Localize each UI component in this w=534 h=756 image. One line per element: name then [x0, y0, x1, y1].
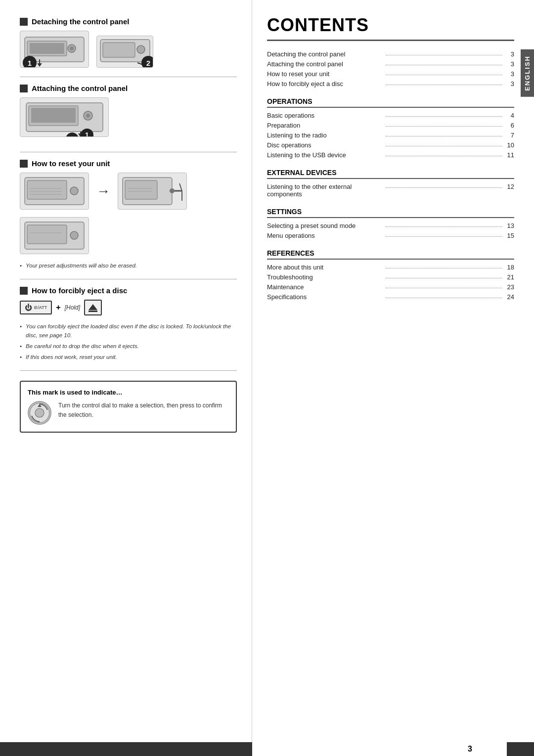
section-title-attach: Attaching the control panel [32, 84, 128, 92]
svg-rect-8 [103, 43, 135, 57]
eject-button [84, 300, 102, 315]
toc-section-references: REFERENCES [267, 245, 514, 260]
toc-set-row-1: Menu operations 15 [267, 230, 514, 240]
attach-svg-1 [24, 98, 105, 136]
power-icon: ⏻ [25, 304, 32, 311]
toc-dots-3 [386, 85, 502, 85]
toc-ref-row-2: Maintenance 23 [267, 282, 514, 292]
toc-section-operations: OPERATIONS [267, 93, 514, 108]
svg-marker-37 [89, 304, 97, 310]
svg-point-40 [35, 408, 44, 417]
section-title-detach: Detaching the control panel [32, 17, 130, 26]
toc-set-label-0: Selecting a preset sound mode [267, 222, 384, 229]
mark-content: Turn the control dial to make a selectio… [28, 401, 229, 425]
english-tab: ENGLISH [521, 49, 534, 97]
toc-intro: Detaching the control panel 3 Attaching … [267, 49, 514, 89]
eject-bullet-2: Be careful not to drop the disc when it … [20, 342, 237, 351]
toc-intro-row-2: How to reset your unit 3 [267, 69, 514, 79]
toc-ref-page-2: 23 [504, 283, 514, 291]
hold-label: [Hold] [65, 304, 80, 311]
power-button: ⏻ ⊘/ATT [20, 301, 52, 314]
section-detach-header: Detaching the control panel [20, 17, 237, 26]
reset-svg-2 [120, 174, 184, 209]
toc-op-label-0: Basic operations [267, 112, 384, 119]
reset-images-bottom [20, 217, 237, 254]
toc-dots-1 [386, 65, 502, 65]
svg-rect-14 [31, 108, 76, 123]
toc-op-dots-3 [386, 146, 502, 146]
divider-2 [20, 152, 237, 152]
plus-sign: + [56, 303, 60, 312]
toc-op-page-3: 10 [504, 141, 514, 149]
bottom-bar-right: 3 [252, 742, 507, 756]
right-column: CONTENTS Detaching the control panel 3 A… [252, 0, 534, 756]
toc-op-dots-1 [386, 126, 502, 127]
reset-img-1 [20, 173, 89, 210]
toc-intro-row-1: Attaching the control panel 3 [267, 59, 514, 69]
toc-ref-row-3: Specifications 24 [267, 292, 514, 302]
reset-img-3 [20, 217, 89, 254]
detach-images: 1 2 [20, 31, 237, 68]
toc-op-page-4: 11 [504, 151, 514, 159]
reset-arrow: → [96, 183, 110, 199]
toc-ref-label-3: Specifications [267, 293, 384, 301]
toc-op-dots-2 [386, 136, 502, 136]
step-1-circle: 1 [23, 56, 37, 68]
section-icon-detach [20, 18, 28, 26]
svg-rect-38 [89, 311, 97, 312]
divider-4 [20, 370, 237, 371]
bottom-bar-accent [507, 742, 534, 756]
toc-dots-2 [386, 75, 502, 75]
toc-ref-dots-3 [386, 298, 502, 298]
svg-point-16 [86, 114, 90, 118]
toc-intro-page-2: 3 [504, 70, 514, 78]
svg-point-24 [70, 187, 78, 195]
toc-ext-page-0: 12 [504, 183, 514, 190]
toc-op-label-3: Disc operations [267, 141, 384, 149]
toc-ref-label-2: Maintenance [267, 283, 384, 291]
svg-rect-34 [27, 225, 67, 244]
svg-marker-6 [37, 63, 42, 67]
toc-settings-items: Selecting a preset sound mode 13 Menu op… [267, 221, 514, 240]
toc-op-row-3: Disc operations 10 [267, 140, 514, 150]
reset-svg-1 [22, 174, 87, 209]
toc-ref-page-1: 21 [504, 273, 514, 281]
svg-point-30 [170, 188, 175, 193]
toc-intro-page-1: 3 [504, 60, 514, 68]
toc-ref-dots-1 [386, 278, 502, 278]
divider-3 [20, 279, 237, 279]
toc-set-dots-1 [386, 236, 502, 237]
toc-op-dots-4 [386, 156, 502, 156]
toc-external-items: Listening to the other external componen… [267, 181, 514, 199]
attach-img-1: 1 2 [20, 97, 109, 137]
section-attach-header: Attaching the control panel [20, 84, 237, 92]
toc-op-page-2: 7 [504, 132, 514, 139]
svg-rect-2 [30, 43, 64, 54]
reset-images-row2 [20, 217, 237, 254]
toc-sections: OPERATIONS Basic operations 4 Preparatio… [267, 93, 514, 302]
toc-op-label-4: Listening to the USB device [267, 151, 384, 159]
toc-op-page-0: 4 [504, 112, 514, 119]
mark-title: This mark is used to indicate… [28, 389, 229, 396]
toc-ref-page-3: 24 [504, 293, 514, 301]
section-title-eject: How to forcibly eject a disc [32, 286, 127, 295]
section-icon-attach [20, 85, 28, 92]
svg-rect-26 [125, 180, 157, 199]
toc-ref-page-0: 18 [504, 264, 514, 271]
toc-ext-row-0: Listening to the other external componen… [267, 181, 514, 199]
toc-op-row-0: Basic operations 4 [267, 110, 514, 120]
step-2-circle: 2 [141, 56, 153, 68]
page-number: 3 [468, 745, 472, 754]
toc-set-page-1: 15 [504, 232, 514, 239]
eject-bullet-3: If this does not work, reset your unit. [20, 353, 237, 361]
toc-set-row-0: Selecting a preset sound mode 13 [267, 221, 514, 230]
toc-op-label-1: Preparation [267, 122, 384, 129]
eject-svg [88, 302, 98, 313]
section-icon-eject [20, 287, 28, 295]
svg-point-9 [137, 45, 145, 53]
attach-images: 1 2 [20, 97, 237, 137]
section-eject-header: How to forcibly eject a disc [20, 286, 237, 295]
dial-icon [28, 401, 51, 425]
reset-img-2 [118, 173, 187, 210]
toc-op-dots-0 [386, 116, 502, 117]
